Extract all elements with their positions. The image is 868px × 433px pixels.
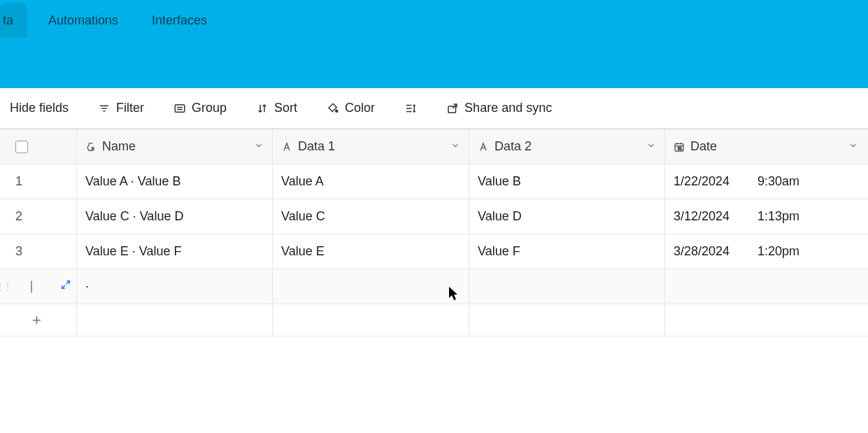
empty-cell (273, 304, 469, 336)
cell-value: Value C · Value D (85, 209, 183, 224)
svg-point-6 (336, 110, 338, 112)
tab-interfaces[interactable]: Interfaces (135, 3, 224, 38)
new-row[interactable]: ⋮⋮ · (0, 269, 868, 304)
tab-data[interactable]: ta (0, 3, 27, 38)
new-row-data1[interactable] (273, 269, 469, 304)
view-toolbar: Hide fields Filter Group Sort Color Shar… (0, 88, 868, 129)
add-row-button[interactable]: + (0, 304, 868, 336)
row-number: 3 (0, 234, 77, 269)
color-label: Color (345, 101, 375, 115)
column-header-name[interactable]: x Name (77, 129, 273, 164)
share-sync-label: Share and sync (464, 101, 552, 115)
row-height-button[interactable] (400, 99, 421, 118)
calendar-icon: 31 (674, 141, 685, 152)
filter-icon (98, 102, 111, 115)
date-value: 1/22/2024 (674, 174, 730, 189)
text-icon (281, 141, 292, 152)
color-button[interactable]: Color (322, 98, 379, 118)
select-all-checkbox[interactable] (15, 141, 28, 153)
cell-data1[interactable]: Value A (273, 164, 469, 199)
filter-button[interactable]: Filter (94, 98, 148, 118)
tab-data-label: ta (0, 13, 13, 27)
column-header-date[interactable]: 31 Date (665, 129, 867, 164)
svg-rect-3 (175, 104, 185, 112)
group-label: Group (192, 101, 227, 115)
tab-interfaces-label: Interfaces (152, 13, 207, 27)
row-height-icon (404, 102, 417, 115)
cell-data1[interactable]: Value E (273, 234, 469, 269)
cell-date[interactable]: 3/12/2024 1:13pm (665, 199, 867, 234)
column-header-data2[interactable]: Data 2 (469, 129, 665, 164)
date-value: 3/12/2024 (674, 209, 730, 224)
sort-label: Sort (274, 101, 297, 115)
formula-icon: x (85, 141, 97, 152)
empty-cell (665, 304, 867, 336)
header-checkbox-cell[interactable] (0, 129, 77, 164)
top-header: ta Automations Interfaces (0, 0, 868, 88)
tab-automations[interactable]: Automations (31, 3, 135, 38)
cell-name[interactable]: Value E · Value F (77, 234, 273, 269)
new-row-name[interactable]: · (77, 269, 273, 304)
sort-icon (256, 102, 269, 115)
filter-label: Filter (116, 101, 144, 115)
expand-icon[interactable] (60, 279, 71, 294)
cell-date[interactable]: 1/22/2024 9:30am (665, 164, 867, 199)
chevron-down-icon[interactable] (646, 139, 656, 154)
time-value: 1:20pm (757, 244, 799, 259)
plus-icon: + (15, 311, 41, 329)
share-sync-button[interactable]: Share and sync (442, 98, 556, 118)
row-num-label: 1 (15, 174, 22, 189)
svg-text:x: x (92, 146, 94, 150)
time-value: 9:30am (757, 174, 799, 189)
cell-value: Value D (478, 209, 522, 224)
table-row[interactable]: 1 Value A · Value B Value A Value B 1/22… (0, 164, 868, 199)
chevron-down-icon[interactable] (254, 139, 264, 154)
cell-data2[interactable]: Value D (469, 199, 665, 234)
row-number: 2 (0, 199, 77, 234)
empty-cell (469, 304, 665, 336)
chevron-down-icon[interactable] (450, 139, 460, 154)
new-row-date[interactable] (665, 269, 867, 304)
row-num-label: 2 (15, 209, 22, 224)
cell-value: Value A · Value B (85, 174, 180, 189)
cell-value: Value B (478, 174, 521, 189)
data-grid: x Name Data 1 Data 2 31 Date (0, 129, 868, 336)
drag-handle-icon[interactable]: ⋮⋮ (0, 282, 11, 292)
cell-data1[interactable]: Value C (273, 199, 469, 234)
new-row-data2[interactable] (469, 269, 665, 304)
grid-header-row: x Name Data 1 Data 2 31 Date (0, 129, 868, 164)
svg-text:31: 31 (678, 146, 682, 150)
empty-cell (77, 304, 273, 336)
cell-name[interactable]: Value C · Value D (77, 199, 273, 234)
row-num-label: 3 (15, 244, 22, 259)
cell-value: Value E (281, 244, 325, 259)
column-date-label: Date (690, 139, 717, 154)
tab-automations-label: Automations (48, 13, 118, 27)
table-row[interactable]: 3 Value E · Value F Value E Value F 3/28… (0, 234, 868, 269)
new-row-controls: ⋮⋮ (0, 269, 77, 304)
text-icon (478, 141, 489, 152)
cell-name[interactable]: Value A · Value B (77, 164, 273, 199)
column-data1-label: Data 1 (298, 139, 335, 154)
chevron-down-icon[interactable] (848, 139, 858, 154)
add-row-cell: + (0, 304, 77, 336)
row-checkbox[interactable] (31, 281, 32, 293)
column-header-data1[interactable]: Data 1 (273, 129, 469, 164)
cell-value: Value A (281, 174, 324, 189)
hide-fields-button[interactable]: Hide fields (6, 98, 73, 118)
table-row[interactable]: 2 Value C · Value D Value C Value D 3/12… (0, 199, 868, 234)
cell-value: Value E · Value F (85, 244, 181, 259)
date-value: 3/28/2024 (674, 244, 730, 259)
cell-date[interactable]: 3/28/2024 1:20pm (665, 234, 867, 269)
column-name-label: Name (102, 139, 136, 154)
group-button[interactable]: Group (169, 98, 231, 118)
cell-data2[interactable]: Value B (469, 164, 665, 199)
share-icon (446, 102, 459, 115)
cell-value: Value C (281, 209, 325, 224)
cell-data2[interactable]: Value F (469, 234, 665, 269)
sort-button[interactable]: Sort (252, 98, 301, 118)
top-tabs: ta Automations Interfaces (0, 0, 868, 41)
row-number: 1 (0, 164, 77, 199)
time-value: 1:13pm (757, 209, 799, 224)
cell-value: Value F (478, 244, 520, 259)
